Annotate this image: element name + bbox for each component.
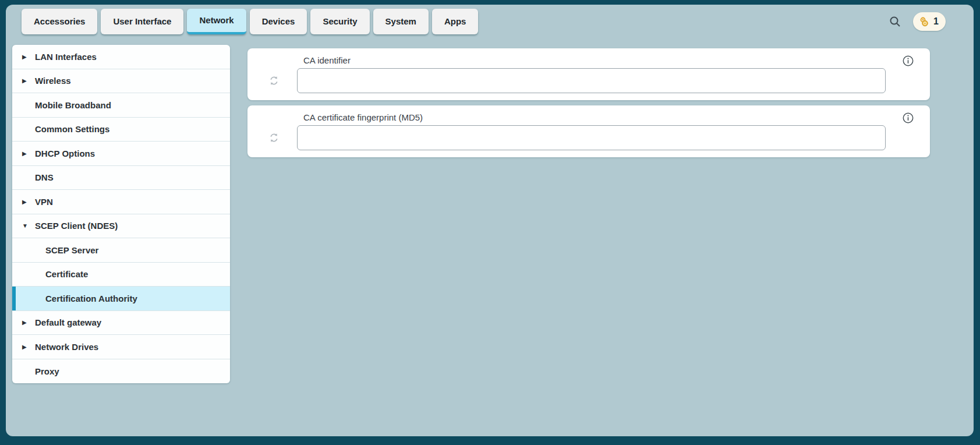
top-tab-bar: Accessories User Interface Network Devic… bbox=[22, 5, 962, 36]
tab-security[interactable]: Security bbox=[310, 9, 369, 34]
sidebar-item-vpn[interactable]: VPN bbox=[12, 190, 230, 214]
sidebar-item-certification-authority[interactable]: Certification Authority bbox=[12, 287, 230, 311]
coins-icon bbox=[918, 16, 930, 27]
tab-devices[interactable]: Devices bbox=[250, 9, 307, 34]
reset-to-default-button[interactable] bbox=[264, 75, 280, 87]
ca-fingerprint-label: CA certificate fingerprint (MD5) bbox=[297, 111, 886, 125]
ca-identifier-input[interactable] bbox=[297, 68, 886, 93]
ca-fingerprint-input[interactable] bbox=[297, 125, 886, 150]
sync-icon bbox=[268, 132, 280, 144]
ca-identifier-label: CA identifier bbox=[297, 54, 886, 68]
expander-arrow-icon bbox=[22, 344, 35, 350]
tab-system[interactable]: System bbox=[373, 9, 429, 34]
sync-icon bbox=[268, 75, 280, 87]
tab-bar-tools: 1 bbox=[885, 9, 962, 34]
tab-apps[interactable]: Apps bbox=[432, 9, 479, 34]
info-icon[interactable] bbox=[902, 55, 914, 67]
reset-to-default-button[interactable] bbox=[264, 132, 280, 144]
sidebar-item-scep-client-ndes[interactable]: SCEP Client (NDES) bbox=[12, 214, 230, 239]
sidebar-item-dns[interactable]: DNS bbox=[12, 166, 230, 190]
sidebar-item-scep-server[interactable]: SCEP Server bbox=[12, 238, 230, 263]
changes-count: 1 bbox=[933, 16, 939, 27]
expander-arrow-icon bbox=[22, 54, 35, 60]
sidebar-item-lan-interfaces[interactable]: LAN Interfaces bbox=[12, 45, 230, 69]
settings-window: Accessories User Interface Network Devic… bbox=[6, 5, 974, 436]
certification-authority-panel: CA identifier bbox=[247, 48, 930, 163]
sidebar-item-network-drives[interactable]: Network Drives bbox=[12, 335, 230, 359]
sidebar-item-dhcp-options[interactable]: DHCP Options bbox=[12, 142, 230, 166]
expander-arrow-icon bbox=[22, 199, 35, 205]
changes-counter-badge[interactable]: 1 bbox=[913, 12, 946, 31]
sidebar-item-wireless[interactable]: Wireless bbox=[12, 69, 230, 94]
tab-user-interface[interactable]: User Interface bbox=[101, 9, 183, 34]
ca-identifier-card: CA identifier bbox=[247, 48, 930, 100]
sidebar-item-certificate[interactable]: Certificate bbox=[12, 263, 230, 287]
info-icon[interactable] bbox=[902, 112, 914, 124]
sidebar-item-proxy[interactable]: Proxy bbox=[12, 359, 230, 384]
expander-arrow-icon bbox=[22, 319, 35, 326]
tab-network[interactable]: Network bbox=[187, 9, 246, 34]
sidebar-item-mobile-broadband[interactable]: Mobile Broadband bbox=[12, 93, 230, 118]
expander-arrow-icon bbox=[22, 223, 35, 229]
sidebar-item-default-gateway[interactable]: Default gateway bbox=[12, 311, 230, 335]
tab-accessories[interactable]: Accessories bbox=[22, 9, 97, 34]
sidebar-item-common-settings[interactable]: Common Settings bbox=[12, 118, 230, 142]
search-icon bbox=[889, 15, 901, 28]
search-button[interactable] bbox=[885, 12, 905, 31]
network-settings-nav: LAN Interfaces Wireless Mobile Broadband… bbox=[12, 45, 230, 383]
expander-arrow-icon bbox=[22, 77, 35, 84]
ca-fingerprint-card: CA certificate fingerprint (MD5) bbox=[247, 105, 930, 157]
expander-arrow-icon bbox=[22, 150, 35, 157]
